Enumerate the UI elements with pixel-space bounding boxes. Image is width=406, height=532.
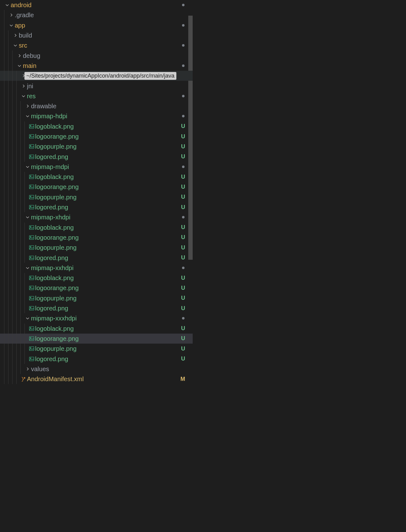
chevron-down-icon[interactable] xyxy=(8,23,15,28)
chevron-down-icon[interactable] xyxy=(16,64,23,68)
folder-row-mipmap-xxhdpi[interactable]: mipmap-xxhdpi xyxy=(0,263,193,273)
svg-point-9 xyxy=(30,176,31,177)
chevron-down-icon[interactable] xyxy=(24,215,31,219)
file-row-logoblack.png[interactable]: logoblack.pngU xyxy=(0,223,193,233)
file-row-logoblack.png[interactable]: logoblack.pngU xyxy=(0,273,193,283)
folder-row-java[interactable]: ~/Sites/projects/dynamicAppIcon/android/… xyxy=(0,71,193,81)
git-untracked-badge: U xyxy=(181,325,185,332)
git-untracked-badge: U xyxy=(181,204,185,211)
git-modified-dot-icon xyxy=(182,166,185,168)
folder-row-mipmap-hdpi[interactable]: mipmap-hdpi xyxy=(0,111,193,121)
folder-row-debug[interactable]: debug xyxy=(0,50,193,60)
label: logopurple.png xyxy=(35,344,183,354)
folder-row-android[interactable]: android xyxy=(0,0,193,10)
label: AndroidManifest.xml xyxy=(27,374,183,384)
label: main xyxy=(23,61,183,71)
git-modified-dot-icon xyxy=(182,115,185,117)
git-untracked-badge: U xyxy=(181,224,185,231)
file-row-logopurple.png[interactable]: logopurple.pngU xyxy=(0,293,193,303)
label: logopurple.png xyxy=(35,293,183,303)
file-row-logored.png[interactable]: logored.pngU xyxy=(0,303,193,313)
label: logoblack.png xyxy=(35,223,183,233)
folder-row-main[interactable]: main xyxy=(0,61,193,71)
chevron-down-icon[interactable] xyxy=(24,316,31,320)
git-untracked-badge: U xyxy=(181,254,185,261)
folder-row-drawable[interactable]: drawable xyxy=(0,101,193,111)
label: app xyxy=(15,20,183,30)
chevron-down-icon[interactable] xyxy=(24,266,31,270)
file-row-logopurple.png[interactable]: logopurple.pngU xyxy=(0,141,193,151)
folder-row-res[interactable]: res xyxy=(0,91,193,101)
svg-point-21 xyxy=(30,247,31,248)
folder-row-jni[interactable]: jni xyxy=(0,81,193,91)
file-row-logored.png[interactable]: logored.pngU xyxy=(0,202,193,212)
image-file-icon xyxy=(28,336,35,341)
file-row-logoorange.png[interactable]: logoorange.pngU xyxy=(0,233,193,243)
label: android xyxy=(11,0,183,10)
git-untracked-badge: U xyxy=(181,295,185,301)
svg-point-39 xyxy=(30,358,31,359)
folder-row-.gradle[interactable]: .gradle xyxy=(0,10,193,20)
file-explorer-panel[interactable]: android.gradleappbuildsrcdebugmain~/Site… xyxy=(0,0,193,532)
chevron-right-icon[interactable] xyxy=(16,54,23,58)
git-modified-dot-icon xyxy=(182,317,185,320)
label: logoorange.png xyxy=(35,334,183,344)
file-row-logoorange.png[interactable]: logoorange.pngU xyxy=(0,283,193,293)
chevron-down-icon[interactable] xyxy=(12,43,19,48)
file-row-logoblack.png[interactable]: logoblack.pngU xyxy=(0,121,193,131)
chevron-down-icon[interactable] xyxy=(4,3,11,7)
git-untracked-badge: U xyxy=(181,143,185,150)
chevron-down-icon[interactable] xyxy=(20,94,27,98)
svg-point-33 xyxy=(30,327,31,328)
folder-row-values[interactable]: values xyxy=(0,364,193,374)
chevron-down-icon[interactable] xyxy=(24,114,31,118)
git-modified-badge: M xyxy=(180,376,185,382)
file-row-logoorange.png[interactable]: logoorange.pngU xyxy=(0,334,193,344)
file-row-logoorange.png[interactable]: logoorange.pngU xyxy=(0,182,193,192)
label: logored.png xyxy=(35,354,183,364)
chevron-right-icon[interactable] xyxy=(12,33,19,38)
git-modified-dot-icon xyxy=(182,44,185,47)
git-untracked-badge: U xyxy=(181,174,185,180)
image-file-icon xyxy=(28,245,35,250)
file-row-logoblack.png[interactable]: logoblack.pngU xyxy=(0,172,193,182)
git-untracked-badge: U xyxy=(181,153,185,160)
chevron-right-icon[interactable] xyxy=(8,13,15,17)
file-row-AndroidManifest.xml[interactable]: AndroidManifest.xmlM xyxy=(0,374,193,384)
folder-row-app[interactable]: app xyxy=(0,20,193,30)
file-row-logopurple.png[interactable]: logopurple.pngU xyxy=(0,192,193,202)
image-file-icon xyxy=(28,285,35,291)
file-row-logored.png[interactable]: logored.pngU xyxy=(0,151,193,161)
image-file-icon xyxy=(28,225,35,230)
file-row-logopurple.png[interactable]: logopurple.pngU xyxy=(0,344,193,354)
label: src xyxy=(19,40,183,50)
label: build xyxy=(19,30,183,40)
label: mipmap-xxxhdpi xyxy=(31,313,183,323)
file-row-logoblack.png[interactable]: logoblack.pngU xyxy=(0,324,193,334)
file-row-logored.png[interactable]: logored.pngU xyxy=(0,253,193,263)
chevron-right-icon[interactable] xyxy=(20,84,27,88)
folder-row-src[interactable]: src xyxy=(0,40,193,50)
file-tree: android.gradleappbuildsrcdebugmain~/Site… xyxy=(0,0,193,384)
folder-row-mipmap-mdpi[interactable]: mipmap-mdpi xyxy=(0,162,193,172)
folder-row-mipmap-xhdpi[interactable]: mipmap-xhdpi xyxy=(0,212,193,222)
label: logoorange.png xyxy=(35,182,183,192)
file-row-logored.png[interactable]: logored.pngU xyxy=(0,354,193,364)
chevron-right-icon[interactable] xyxy=(24,367,31,371)
file-row-logopurple.png[interactable]: logopurple.pngU xyxy=(0,243,193,253)
label: mipmap-xhdpi xyxy=(31,212,183,222)
folder-row-mipmap-xxxhdpi[interactable]: mipmap-xxxhdpi xyxy=(0,313,193,323)
image-file-icon xyxy=(28,124,35,129)
chevron-down-icon[interactable] xyxy=(24,165,31,169)
git-modified-dot-icon xyxy=(182,24,185,27)
image-file-icon xyxy=(28,174,35,180)
git-untracked-badge: U xyxy=(181,305,185,312)
file-row-logoorange.png[interactable]: logoorange.pngU xyxy=(0,131,193,141)
image-file-icon xyxy=(28,305,35,311)
folder-row-build[interactable]: build xyxy=(0,30,193,40)
label: debug xyxy=(23,51,183,61)
chevron-right-icon[interactable] xyxy=(24,104,31,108)
svg-point-1 xyxy=(30,125,31,126)
label: drawable xyxy=(31,101,183,111)
svg-point-19 xyxy=(30,236,31,237)
